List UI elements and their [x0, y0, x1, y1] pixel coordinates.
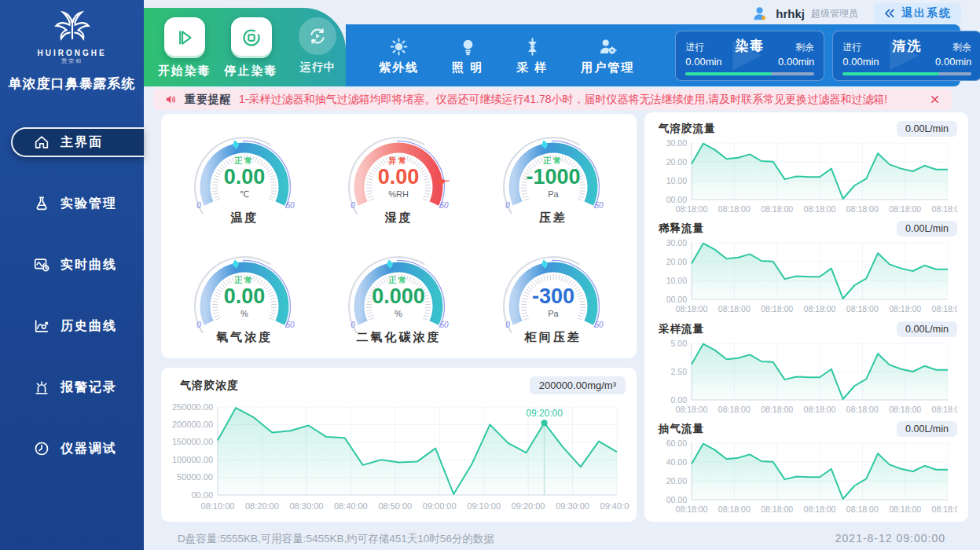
alert-prefix: 重要提醒 [185, 93, 232, 107]
close-icon[interactable] [929, 94, 941, 105]
svg-text:08:20:00: 08:20:00 [245, 501, 279, 511]
exhaust-flow-block: 抽气流量0.00L/min60.0040.0020.0000.0008:18:0… [652, 419, 960, 519]
tool-label: 用户管理 [581, 60, 634, 75]
svg-text:08:18:00: 08:18:00 [718, 204, 751, 214]
svg-text:30.00: 30.00 [666, 238, 687, 248]
svg-text:09:10:00: 09:10:00 [467, 501, 501, 511]
user-role: 超级管理员 [811, 7, 858, 20]
sidebar-item-instrument-debug[interactable]: 仪器调试 [0, 434, 144, 464]
brand-logo: HUIRONGHE 慧荣和 [0, 0, 144, 65]
gauge-dial: 异常0.00%RH050 [332, 127, 465, 214]
svg-text:-1000: -1000 [526, 165, 580, 189]
experiment-icon [33, 195, 50, 212]
exhaust-flow-chart-area: 60.0040.0020.0000.0008:18:0008:18:0008:1… [652, 437, 960, 519]
svg-text:08:18:00: 08:18:00 [804, 304, 836, 314]
sampling-flow-block: 采样流量0.00L/min5.002.500.0008:18:0008:18:0… [652, 319, 960, 419]
toolbar-tools: 紫外线照 明采 样用户管理 ▶进行染毒剩余0.00min0.00min▶进行清洗… [346, 24, 960, 86]
flow-charts-panel: 气溶胶流量0.00L/min30.0020.0010.0000.0008:18:… [644, 112, 968, 522]
play-icon [174, 27, 196, 49]
aerosol-flow-block: 气溶胶流量0.00L/min30.0020.0010.0000.0008:18:… [652, 119, 960, 218]
svg-text:Pa: Pa [548, 189, 559, 199]
chart-title: 气溶胶流量 [659, 122, 716, 136]
status-panel-0: ▶进行染毒剩余0.00min0.00min [675, 31, 824, 81]
svg-text:%: % [240, 309, 248, 318]
svg-text:09:30:00: 09:30:00 [556, 501, 589, 511]
aerosol-flow-chart-area: 30.0020.0010.0000.0008:18:0008:18:0008:1… [652, 137, 960, 218]
chart-value-badge: 200000.00mg/m³ [530, 376, 626, 394]
svg-text:50: 50 [440, 201, 450, 210]
svg-text:08:50:00: 08:50:00 [378, 501, 412, 511]
svg-text:00.00: 00.00 [666, 295, 687, 304]
svg-text:Pa: Pa [548, 309, 559, 318]
stop-button[interactable] [231, 17, 272, 58]
svg-text:0: 0 [505, 201, 510, 210]
remain-value: 0.00min [778, 56, 814, 68]
tool-sampling-valve[interactable]: 采 样 [516, 36, 548, 75]
tool-label: 紫外线 [379, 60, 419, 75]
gauge-dial: 正常-1000Pa050 [486, 127, 620, 214]
sidebar-item-label: 报警记录 [61, 380, 117, 396]
svg-text:50000.00: 50000.00 [177, 472, 213, 482]
sampling-valve-icon [522, 36, 543, 57]
svg-text:10.00: 10.00 [666, 176, 687, 185]
control-label: 开始染毒 [158, 64, 211, 79]
svg-text:08:18:00: 08:18:00 [676, 405, 708, 414]
disk-status-text: D盘容量:5555KB,可用容量:5455KB,约可存储451天10时56分的数… [178, 532, 494, 546]
main-chart-head: 气溶胶浓度 200000.00mg/m³ [161, 368, 637, 394]
sidebar-item-home[interactable]: 主界面 [11, 127, 144, 157]
svg-text:08:18:00: 08:18:00 [889, 304, 921, 314]
svg-text:异常: 异常 [388, 156, 409, 165]
control-play: 开始染毒 [156, 17, 213, 79]
logout-button[interactable]: 退出系统 [874, 3, 961, 24]
datetime-text: 2021-8-12 09:00:00 [835, 532, 945, 544]
svg-text:正常: 正常 [388, 276, 409, 284]
svg-text:50: 50 [286, 201, 295, 210]
svg-text:09:20:00: 09:20:00 [512, 501, 545, 511]
svg-text:08:18:00: 08:18:00 [932, 304, 957, 314]
sidebar: HUIRONGHE 慧荣和 单浓度口鼻暴露系统 主界面实验管理实时曲线历史曲线报… [0, 0, 144, 550]
svg-text:08:18:00: 08:18:00 [761, 504, 793, 514]
gauge-caption: 压差 [539, 211, 567, 226]
chart-title: 稀释流量 [659, 222, 704, 236]
alarm-record-icon [33, 379, 50, 396]
main-chart-panel: 气溶胶浓度 200000.00mg/m³ 250000.00200000.001… [161, 368, 637, 522]
svg-text:30.00: 30.00 [666, 138, 687, 148]
tool-light-bulb[interactable]: 照 明 [452, 36, 483, 75]
realtime-curve-icon [33, 256, 50, 273]
dilution-flow-chart-area: 30.0020.0010.0000.0008:18:0008:18:0008:1… [652, 236, 960, 318]
sidebar-item-alarm-record[interactable]: 报警记录 [0, 372, 144, 402]
progress-bar-fill [842, 72, 939, 75]
sidebar-item-realtime-curve[interactable]: 实时曲线 [0, 250, 144, 280]
svg-text:5.00: 5.00 [671, 338, 688, 347]
control-label: 停止染毒 [225, 64, 278, 79]
progress-value: 0.00min [842, 56, 879, 68]
gauge-2: 正常-1000Pa050压差 [486, 127, 620, 226]
svg-text:正常: 正常 [234, 156, 255, 165]
svg-text:0.000: 0.000 [373, 284, 426, 308]
sidebar-item-experiment[interactable]: 实验管理 [0, 189, 144, 218]
chart-value-badge: 0.00L/min [897, 221, 957, 236]
tool-label: 采 样 [516, 60, 548, 75]
user-manage-icon [597, 36, 618, 57]
sidebar-item-history-curve[interactable]: 历史曲线 [0, 311, 144, 341]
tool-group: 紫外线照 明采 样用户管理 [379, 36, 667, 75]
chart-title: 气溶胶浓度 [180, 379, 239, 393]
svg-text:08:18:00: 08:18:00 [846, 304, 879, 314]
play-button[interactable] [164, 17, 205, 58]
tool-user-manage[interactable]: 用户管理 [581, 36, 634, 75]
svg-text:20.00: 20.00 [666, 157, 687, 167]
svg-text:-300: -300 [532, 284, 574, 308]
gauge-4: 正常0.000%050二氧化碳浓度 [332, 247, 465, 345]
gauge-caption: 湿度 [384, 211, 413, 226]
tool-uv-sun[interactable]: 紫外线 [379, 36, 419, 75]
progress-bar-fill [685, 72, 772, 75]
svg-text:08:18:00: 08:18:00 [889, 204, 921, 214]
toolbar-controls: 开始染毒停止染毒运行中 [144, 8, 346, 86]
aerosol-concentration-chart-area: 250000.00200000.00150000.00100000.005000… [161, 394, 637, 515]
svg-text:08:18:00: 08:18:00 [804, 204, 836, 214]
svg-text:20.00: 20.00 [666, 257, 687, 266]
progress-label: 进行 [685, 41, 704, 54]
svg-text:50: 50 [594, 201, 604, 210]
sidebar-item-label: 主界面 [61, 134, 103, 151]
sidebar-item-label: 实验管理 [61, 196, 117, 212]
